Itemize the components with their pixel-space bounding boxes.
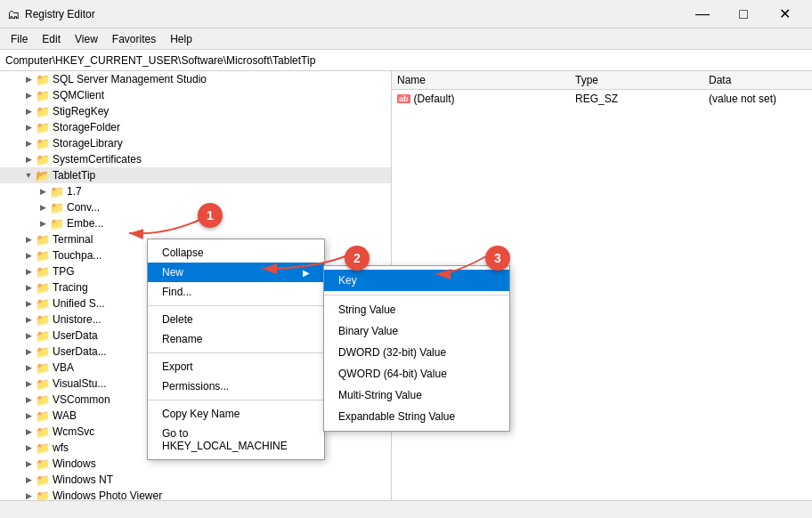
submenu-binary-value[interactable]: Binary Value <box>324 320 509 342</box>
tree-item-windows-nt[interactable]: ▶ 📁 Windows NT <box>0 472 391 488</box>
tree-item-sql-server[interactable]: ▶ 📁 SQL Server Management Studio <box>0 71 391 87</box>
ctx-collapse[interactable]: Collapse <box>148 243 324 263</box>
title-bar: 🗂 Registry Editor — □ ✕ <box>0 0 812 28</box>
expand-arrow: ▶ <box>21 427 36 436</box>
expand-arrow: ▶ <box>21 363 36 372</box>
submenu-arrow-icon: ▶ <box>303 268 310 278</box>
tree-label: Terminal <box>53 233 93 246</box>
tree-label: VBA <box>53 361 74 374</box>
expand-arrow: ▶ <box>36 187 50 196</box>
expand-arrow: ▶ <box>21 459 36 468</box>
tree-item-embe[interactable]: ▶ 📁 Embe... <box>0 215 391 231</box>
submenu-dword-value[interactable]: DWORD (32-bit) Value <box>324 342 509 363</box>
ctx-permissions-label: Permissions... <box>162 380 229 393</box>
expand-arrow: ▶ <box>21 411 36 420</box>
ctx-delete[interactable]: Delete <box>148 310 324 329</box>
tree-label: TabletTip <box>53 169 95 182</box>
ctx-copy-key-name[interactable]: Copy Key Name <box>148 404 324 424</box>
tree-label: UserData... <box>53 345 107 358</box>
folder-icon: 📁 <box>36 233 50 247</box>
ctx-export[interactable]: Export <box>148 357 324 376</box>
submenu-separator <box>324 295 509 295</box>
minimize-button[interactable]: — <box>682 0 723 28</box>
tree-item-stigregkey[interactable]: ▶ 📁 StigRegKey <box>0 103 391 119</box>
folder-icon: 📁 <box>36 105 50 118</box>
main-area: ▶ 📁 SQL Server Management Studio ▶ 📁 SQM… <box>0 71 812 500</box>
folder-icon: 📁 <box>36 137 50 150</box>
tree-item-1-7[interactable]: ▶ 📁 1.7 <box>0 183 391 199</box>
submenu-multi-string-value[interactable]: Multi-String Value <box>324 384 509 406</box>
ctx-export-label: Export <box>162 360 193 373</box>
submenu-string-value[interactable]: String Value <box>324 299 509 320</box>
expand-arrow: ▶ <box>21 75 36 84</box>
tree-item-sqmclient[interactable]: ▶ 📁 SQMClient <box>0 87 391 103</box>
ctx-rename-label: Rename <box>162 333 202 345</box>
maximize-button[interactable]: □ <box>723 0 764 28</box>
menu-bar: File Edit View Favorites Help <box>0 28 812 50</box>
menu-help[interactable]: Help <box>163 31 199 47</box>
submenu-binary-value-label: Binary Value <box>338 325 398 337</box>
address-bar: Computer\HKEY_CURRENT_USER\Software\Micr… <box>0 50 812 71</box>
tree-label: WAB <box>53 409 77 422</box>
submenu-qword-value[interactable]: QWORD (64-bit) Value <box>324 363 509 384</box>
ctx-delete-label: Delete <box>162 313 193 326</box>
folder-icon: 📁 <box>36 361 50 375</box>
menu-file[interactable]: File <box>4 31 35 47</box>
reg-name: (Default) <box>414 93 455 105</box>
folder-icon: 📁 <box>36 249 50 263</box>
submenu-key[interactable]: Key <box>324 270 509 291</box>
registry-row-default[interactable]: ab (Default) REG_SZ (value not set) <box>392 90 812 108</box>
col-type: Type <box>575 74 709 86</box>
ctx-go-to-hklm[interactable]: Go to HKEY_LOCAL_MACHINE <box>148 424 324 456</box>
expand-arrow: ▶ <box>21 107 36 116</box>
ctx-find[interactable]: Find... <box>148 282 324 302</box>
folder-icon: 📁 <box>50 185 64 198</box>
ctx-permissions[interactable]: Permissions... <box>148 376 324 396</box>
folder-icon: 📁 <box>36 313 50 327</box>
ctx-new[interactable]: New ▶ <box>148 263 324 282</box>
ctx-separator-3 <box>148 400 324 401</box>
tree-item-windows-photo-viewer[interactable]: ▶ 📁 Windows Photo Viewer <box>0 488 391 500</box>
tree-item-systemcertificates[interactable]: ▶ 📁 SystemCertificates <box>0 151 391 167</box>
tree-item-conv[interactable]: ▶ 📁 Conv... <box>0 199 391 215</box>
tree-label: VisualStu... <box>53 377 106 390</box>
menu-view[interactable]: View <box>68 31 105 47</box>
tree-label: SQMClient <box>53 89 104 101</box>
callout-1-number: 1 <box>207 208 214 223</box>
tree-item-storagefolder[interactable]: ▶ 📁 StorageFolder <box>0 119 391 135</box>
ctx-find-label: Find... <box>162 286 191 298</box>
tree-item-tablettip[interactable]: ▼ 📂 TabletTip <box>0 167 391 183</box>
expand-arrow: ▶ <box>21 267 36 276</box>
folder-icon: 📁 <box>36 425 50 439</box>
expand-arrow: ▶ <box>21 299 36 308</box>
expand-arrow: ▶ <box>21 491 36 500</box>
title-bar-title: Registry Editor <box>25 8 95 20</box>
callout-2: 2 <box>345 246 369 271</box>
submenu-expandable-string-value[interactable]: Expandable String Value <box>324 406 509 427</box>
app-icon: 🗂 <box>7 7 20 21</box>
col-name: Name <box>397 74 575 86</box>
expand-arrow: ▶ <box>21 235 36 244</box>
ctx-copy-key-name-label: Copy Key Name <box>162 408 240 420</box>
expand-arrow: ▶ <box>21 139 36 148</box>
ctx-rename[interactable]: Rename <box>148 329 324 349</box>
folder-icon: 📁 <box>36 490 50 501</box>
submenu-dword-value-label: DWORD (32-bit) Value <box>338 346 446 359</box>
menu-edit[interactable]: Edit <box>35 31 68 47</box>
tree-label: Unistore... <box>53 313 102 326</box>
tree-label: StorageLibrary <box>53 137 123 150</box>
expand-arrow: ▶ <box>21 443 36 452</box>
callout-3: 3 <box>485 246 510 271</box>
folder-icon: 📁 <box>36 329 50 343</box>
title-bar-controls: — □ ✕ <box>682 0 805 28</box>
tree-item-storagelibrary[interactable]: ▶ 📁 StorageLibrary <box>0 135 391 151</box>
close-button[interactable]: ✕ <box>764 0 805 28</box>
tree-label: Tracing <box>53 281 88 294</box>
tree-label: WcmSvc <box>53 425 94 438</box>
ctx-collapse-label: Collapse <box>162 247 204 259</box>
tree-label: Unified S... <box>53 297 105 310</box>
menu-favorites[interactable]: Favorites <box>105 31 163 47</box>
tree-label: SystemCertificates <box>53 153 142 166</box>
tree-label: Embe... <box>67 217 103 230</box>
submenu: Key String Value Binary Value DWORD (32-… <box>323 265 510 432</box>
